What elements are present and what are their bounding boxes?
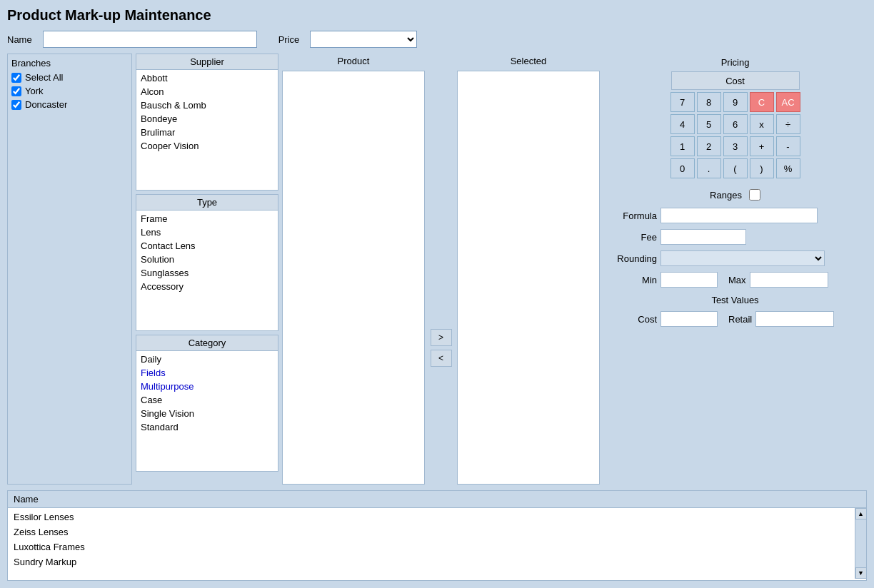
type-section: Type Frame Lens Contact Lens Solution Su… [136, 194, 278, 331]
calc-row-4: 0 . ( ) % [670, 158, 800, 178]
formula-row: Formula [611, 208, 860, 223]
max-label: Max [728, 275, 746, 285]
calc-4[interactable]: 4 [670, 114, 695, 134]
remove-button[interactable]: < [431, 350, 452, 367]
category-list[interactable]: Daily Fields Multipurpose Case Single Vi… [136, 351, 278, 471]
scroll-up-btn[interactable]: ▲ [855, 508, 867, 519]
table-row[interactable]: Sundry Markup [8, 554, 855, 569]
formula-label: Formula [611, 211, 657, 221]
name-label: Name [7, 34, 32, 45]
type-list-container: Frame Lens Contact Lens Solution Sunglas… [136, 210, 278, 331]
branch-select-all: Select All [11, 72, 128, 83]
calc-minus[interactable]: - [776, 136, 800, 156]
category-header-btn[interactable]: Category [136, 335, 278, 350]
branches-label: Branches [11, 58, 128, 69]
checkbox-doncaster[interactable] [11, 100, 21, 110]
min-label: Min [611, 275, 657, 285]
branch-doncaster: Doncaster [11, 99, 128, 110]
table-row[interactable]: Zeiss Lenses [8, 524, 855, 539]
calc-7[interactable]: 7 [670, 92, 695, 112]
type-list[interactable]: Frame Lens Contact Lens Solution Sunglas… [136, 211, 278, 330]
price-label: Price [278, 34, 300, 45]
formula-input[interactable] [660, 208, 818, 223]
calculator: Cost 7 8 9 C AC 4 5 6 x ÷ [611, 71, 860, 178]
calc-3[interactable]: 3 [723, 136, 748, 156]
ranges-checkbox[interactable] [749, 189, 760, 201]
branch-york: York [11, 86, 128, 96]
rounding-label: Rounding [611, 253, 657, 264]
add-button[interactable]: > [431, 329, 452, 346]
test-values-row: Cost Retail [611, 311, 860, 327]
main-container: Product Mark-up Maintenance Name Price B… [0, 0, 874, 588]
supplier-section: Supplier Abbott Alcon Bausch & Lomb Bond… [136, 54, 278, 191]
calc-6[interactable]: 6 [723, 114, 748, 134]
rounding-select[interactable] [660, 250, 825, 266]
table-column-header: Name [8, 491, 866, 508]
arrow-buttons: > < [428, 54, 453, 485]
calc-ac[interactable]: AC [776, 92, 800, 112]
calc-plus[interactable]: + [750, 136, 774, 156]
min-input[interactable] [660, 272, 718, 288]
table-scrollbar: ▲ ▼ [855, 508, 866, 579]
calc-row-1: 7 8 9 C AC [670, 92, 800, 112]
calc-c[interactable]: C [750, 92, 774, 112]
category-section: Category Daily Fields Multipurpose Case … [136, 335, 278, 472]
supplier-header-btn[interactable]: Supplier [136, 54, 278, 69]
supplier-list[interactable]: Abbott Alcon Bausch & Lomb Bondeye Bruli… [136, 70, 278, 190]
cost-label2: Cost [611, 314, 657, 325]
fee-label: Fee [611, 232, 657, 243]
product-panel: Product [282, 54, 425, 485]
middle-panel: Supplier Abbott Alcon Bausch & Lomb Bond… [136, 54, 278, 485]
top-bar: Name Price [7, 31, 867, 48]
price-dropdown[interactable] [310, 31, 417, 48]
supplier-list-container: Abbott Alcon Bausch & Lomb Bondeye Bruli… [136, 69, 278, 191]
rounding-row: Rounding [611, 250, 860, 266]
selected-panel: Selected [457, 54, 600, 485]
table-body: Essilor Lenses Zeiss Lenses Luxottica Fr… [8, 508, 866, 579]
checkbox-select-all[interactable] [11, 73, 21, 83]
calc-percent[interactable]: % [776, 158, 800, 178]
product-header: Product [282, 54, 425, 69]
calc-open-paren[interactable]: ( [723, 158, 748, 178]
top-section: Branches Select All York Doncaster Suppl… [7, 54, 867, 485]
name-input[interactable] [43, 31, 257, 48]
selected-list[interactable] [457, 71, 600, 485]
calc-2[interactable]: 2 [697, 136, 721, 156]
pricing-title: Pricing [611, 57, 860, 68]
calc-9[interactable]: 9 [723, 92, 748, 112]
branches-panel: Branches Select All York Doncaster [7, 54, 132, 485]
fee-input[interactable] [660, 229, 746, 245]
bottom-table: Name Essilor Lenses Zeiss Lenses Luxotti… [7, 490, 867, 581]
ranges-row: Ranges [611, 189, 860, 201]
table-row[interactable]: Essilor Lenses [8, 510, 855, 524]
calc-5[interactable]: 5 [697, 114, 721, 134]
checkbox-york[interactable] [11, 86, 21, 96]
calc-row-2: 4 5 6 x ÷ [670, 114, 800, 134]
max-input[interactable] [750, 272, 828, 288]
ranges-label: Ranges [710, 190, 742, 201]
type-header-btn[interactable]: Type [136, 194, 278, 210]
cost-btn[interactable]: Cost [671, 71, 800, 90]
product-list[interactable] [282, 71, 425, 485]
branch-select-all-label: Select All [25, 72, 63, 83]
min-max-row: Min Max [611, 272, 860, 288]
page-title: Product Mark-up Maintenance [7, 7, 867, 24]
calc-row-3: 1 2 3 + - [670, 136, 800, 156]
calc-0[interactable]: 0 [670, 158, 695, 178]
calc-dot[interactable]: . [697, 158, 721, 178]
table-row[interactable]: Luxottica Frames [8, 539, 855, 554]
calc-close-paren[interactable]: ) [750, 158, 774, 178]
test-values-title: Test Values [611, 295, 860, 305]
retail-input[interactable] [755, 311, 834, 327]
cost-input[interactable] [660, 311, 718, 327]
selected-header: Selected [457, 54, 600, 69]
calc-8[interactable]: 8 [697, 92, 721, 112]
branch-doncaster-label: Doncaster [25, 99, 67, 110]
calc-1[interactable]: 1 [670, 136, 695, 156]
fee-row: Fee [611, 229, 860, 245]
calc-multiply[interactable]: x [750, 114, 774, 134]
pricing-panel: Pricing Cost 7 8 9 C AC 4 5 6 x ÷ [603, 54, 867, 485]
calc-divide[interactable]: ÷ [776, 114, 800, 134]
category-list-container: Daily Fields Multipurpose Case Single Vi… [136, 350, 278, 472]
scroll-down-btn[interactable]: ▼ [855, 567, 867, 579]
